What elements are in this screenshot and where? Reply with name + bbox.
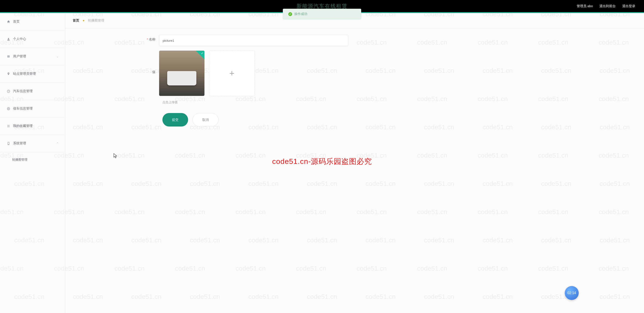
sidebar-item-car-info[interactable]: 汽车信息管理 (0, 83, 65, 100)
upload-add-button[interactable]: + (209, 50, 255, 96)
sidebar-item-label: 首页 (13, 19, 20, 24)
name-input[interactable] (159, 35, 348, 46)
breadcrumb-home[interactable]: 首页 (73, 18, 79, 23)
list-icon (6, 124, 10, 128)
sidebar-item-label: 汽车信息管理 (13, 89, 33, 93)
svg-point-5 (7, 107, 10, 110)
plus-icon: + (229, 68, 234, 78)
sidebar-item-label: 个人中心 (13, 37, 26, 41)
sidebar-subitem-carousel[interactable]: 轮播图管理 (0, 152, 65, 167)
svg-rect-9 (8, 127, 10, 127)
sidebar-item-profile[interactable]: 个人中心 (0, 30, 65, 48)
name-label: *名称 (65, 35, 159, 41)
main-content: 首页 ✦ 轮播图管理 *名称 值 (65, 13, 644, 313)
phone-icon (6, 142, 10, 146)
svg-rect-8 (8, 126, 10, 126)
breadcrumb-current: 轮播图管理 (88, 18, 104, 23)
clock-icon (6, 89, 10, 93)
sidebar-item-label: 借车信息管理 (13, 107, 33, 111)
sidebar: 首页 个人中心 用户管理 ⌄ 站点管理员管理 汽车信息管理 (0, 13, 65, 313)
sidebar-item-site-admin[interactable]: 站点管理员管理 (0, 65, 65, 83)
home-icon (6, 20, 10, 24)
uploaded-image-thumb[interactable] (159, 50, 205, 96)
sidebar-item-label: 系统管理 (13, 141, 26, 146)
users-icon (6, 55, 10, 58)
svg-point-0 (8, 38, 9, 39)
toast-text: 操作成功 (294, 12, 308, 16)
svg-rect-1 (8, 55, 10, 56)
sidebar-item-label: 轮播图管理 (12, 158, 28, 162)
sidebar-item-label: 用户管理 (13, 54, 26, 58)
sidebar-item-system[interactable]: 系统管理 ⌃ (0, 135, 65, 152)
pin-icon (6, 72, 10, 76)
svg-point-11 (8, 144, 8, 144)
upload-hint: 点击上传值 (65, 100, 635, 104)
cancel-button[interactable]: 取消 (192, 113, 218, 127)
exit-front-link[interactable]: 退出到前台 (599, 4, 616, 8)
sidebar-item-label: 站点管理员管理 (13, 72, 36, 76)
float-timer-badge[interactable]: 02:14 (565, 286, 579, 300)
success-toast: ✓ 操作成功 (283, 9, 361, 19)
target-icon (6, 107, 10, 111)
check-icon: ✓ (288, 12, 292, 16)
svg-rect-3 (8, 57, 10, 57)
admin-label[interactable]: 管理员 abo (577, 4, 593, 8)
logout-link[interactable]: 退出登录 (622, 4, 635, 8)
sidebar-item-label: 我的收藏管理 (13, 124, 33, 128)
sidebar-item-favorites[interactable]: 我的收藏管理 (0, 117, 65, 135)
chevron-down-icon: ⌄ (56, 55, 58, 58)
sidebar-item-borrow-info[interactable]: 借车信息管理 (0, 100, 65, 117)
sidebar-item-home[interactable]: 首页 (0, 13, 65, 30)
submit-button[interactable]: 提交 (162, 113, 188, 127)
svg-point-6 (8, 108, 9, 109)
chevron-up-icon: ⌃ (56, 142, 58, 145)
breadcrumb-separator-icon: ✦ (82, 19, 85, 22)
svg-rect-7 (8, 125, 10, 125)
check-corner-icon (196, 51, 204, 59)
svg-rect-2 (8, 56, 10, 56)
value-label: 值 (65, 50, 159, 74)
sidebar-item-user-mgmt[interactable]: 用户管理 ⌄ (0, 48, 65, 65)
user-icon (6, 37, 10, 41)
